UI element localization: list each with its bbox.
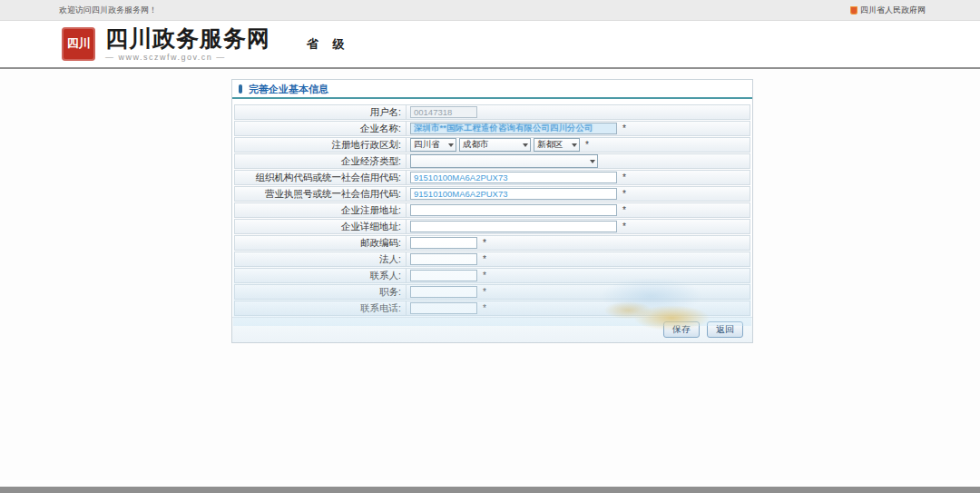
registered-address-field: * [406, 203, 750, 217]
company-name-input[interactable] [410, 123, 617, 134]
site-url: — www.sczwfw.gov.cn — [105, 53, 270, 62]
form-row-org-code: 组织机构代码或统一社会信用代码:* [234, 170, 750, 185]
org-code-label: 组织机构代码或统一社会信用代码: [235, 172, 406, 184]
required-mark: * [483, 254, 486, 264]
welcome-text: 欢迎访问四川政务服务网！ [59, 5, 157, 16]
legal-person-field: * [406, 252, 750, 266]
form-row-detailed-address: 企业详细地址:* [234, 219, 750, 234]
panel-title-bar: 完善企业基本信息 [232, 80, 752, 97]
contact-person-field: * [406, 269, 750, 282]
license-code-label: 营业执照号或统一社会信用代码: [235, 188, 406, 201]
detailed-address-field: * [406, 220, 750, 233]
required-mark: * [622, 205, 626, 215]
contact-phone-field: * [406, 301, 750, 315]
position-label: 职务: [235, 286, 406, 299]
username-field [406, 105, 750, 119]
economic-select[interactable] [410, 154, 598, 168]
city-select-value: 成都市 [463, 139, 489, 151]
detailed-address-input[interactable] [410, 221, 617, 232]
chevron-down-icon [572, 143, 577, 147]
required-mark: * [622, 123, 626, 133]
city-select[interactable]: 成都市 [459, 138, 531, 152]
company-name-label: 企业名称: [235, 123, 406, 135]
form-row-username: 用户名: [234, 104, 750, 120]
region-field: 四川省成都市新都区* [406, 138, 750, 152]
seal-logo: 四川 [62, 27, 95, 61]
enterprise-info-panel: 完善企业基本信息 用户名:企业名称:*注册地行政区划:四川省成都市新都区*企业经… [231, 79, 753, 343]
required-mark: * [622, 222, 626, 232]
required-mark: * [622, 173, 626, 182]
emblem-icon [850, 6, 858, 15]
main-area: 完善企业基本信息 用户名:企业名称:*注册地行政区划:四川省成都市新都区*企业经… [0, 69, 980, 488]
district-select[interactable]: 新都区 [534, 138, 580, 152]
form-row-position: 职务:* [234, 284, 750, 300]
form-row-economic-type: 企业经济类型: [234, 153, 750, 169]
economic-type-field [406, 154, 750, 168]
chevron-down-icon [523, 143, 528, 147]
required-mark: * [483, 287, 486, 297]
username-label: 用户名: [235, 106, 406, 119]
required-mark: * [622, 189, 626, 199]
company-name-field: * [406, 122, 750, 135]
license-code-input[interactable] [410, 188, 617, 200]
info-icon [239, 84, 242, 94]
chevron-down-icon [590, 160, 595, 163]
license-code-field: * [406, 187, 750, 201]
required-mark: * [585, 140, 589, 150]
chevron-down-icon [448, 143, 454, 147]
registered-address-label: 企业注册地址: [235, 204, 406, 217]
form-row-postal-code: 邮政编码:* [234, 235, 750, 251]
postal-code-field: * [406, 236, 750, 250]
site-title: 四川政务服务网 [105, 27, 270, 50]
button-row: 保存 返回 [232, 317, 752, 342]
form-row-contact-person: 联系人:* [234, 268, 750, 283]
footer-bar [0, 487, 980, 493]
province-select[interactable]: 四川省 [410, 138, 456, 152]
position-input[interactable] [410, 286, 477, 298]
panel-title: 完善企业基本信息 [249, 83, 328, 96]
form-row-company-name: 企业名称:* [234, 121, 750, 136]
position-field: * [406, 285, 750, 299]
form-row-registered-address: 企业注册地址:* [234, 202, 750, 218]
username-input[interactable] [410, 106, 477, 118]
district-select-value: 新都区 [537, 139, 564, 151]
registered-address-input[interactable] [410, 204, 617, 216]
required-mark: * [483, 303, 486, 313]
form-row-legal-person: 法人:* [234, 251, 750, 267]
legal-person-input[interactable] [410, 253, 477, 265]
gov-portal-link[interactable]: 四川省人民政府网 [850, 5, 926, 16]
region-label: 注册地行政区划: [235, 139, 406, 152]
form-row-license-code: 营业执照号或统一社会信用代码:* [234, 186, 750, 202]
org-code-field: * [406, 171, 750, 184]
contact-person-label: 联系人: [235, 270, 406, 282]
detailed-address-label: 企业详细地址: [235, 221, 406, 233]
level-label: 省 级 [307, 36, 350, 53]
required-mark: * [483, 271, 486, 281]
back-button[interactable]: 返回 [707, 321, 743, 338]
required-mark: * [483, 238, 486, 248]
site-title-block: 四川政务服务网 — www.sczwfw.gov.cn — [105, 27, 270, 62]
top-bar: 欢迎访问四川政务服务网！ 四川省人民政府网 [0, 0, 980, 21]
gov-portal-link-label: 四川省人民政府网 [860, 5, 926, 16]
province-select-value: 四川省 [414, 139, 440, 151]
legal-person-label: 法人: [235, 253, 406, 266]
form-row-contact-phone: 联系电话:* [234, 301, 750, 316]
postal-code-input[interactable] [410, 237, 477, 249]
form-table: 用户名:企业名称:*注册地行政区划:四川省成都市新都区*企业经济类型:组织机构代… [232, 99, 752, 316]
site-header: 四川 四川政务服务网 — www.sczwfw.gov.cn — 省 级 [0, 21, 980, 69]
economic-type-label: 企业经济类型: [235, 155, 406, 168]
contact-phone-input[interactable] [410, 302, 477, 314]
postal-code-label: 邮政编码: [235, 237, 406, 250]
contact-phone-label: 联系电话: [235, 302, 406, 315]
org-code-input[interactable] [410, 172, 617, 183]
contact-person-input[interactable] [410, 270, 477, 281]
form-row-region: 注册地行政区划:四川省成都市新都区* [234, 137, 750, 153]
save-button[interactable]: 保存 [663, 321, 700, 338]
